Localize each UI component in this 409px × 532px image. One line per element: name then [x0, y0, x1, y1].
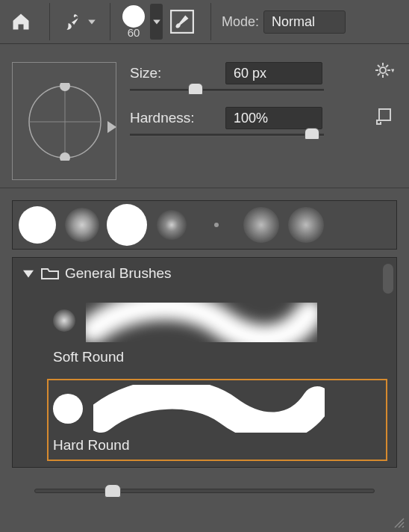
mode-label: Mode: [222, 14, 259, 30]
panel-settings-button[interactable]: ▾ [375, 62, 394, 78]
resize-grip-icon[interactable] [393, 516, 405, 528]
hardness-label: Hardness: [130, 110, 218, 126]
preview-size-thumb[interactable] [104, 484, 121, 498]
brush-stroke-preview [93, 385, 325, 433]
brush-preset-item[interactable]: Soft Round [47, 291, 387, 373]
svg-rect-16 [379, 109, 390, 120]
svg-point-4 [60, 83, 70, 91]
brush-tip-swatch[interactable] [286, 205, 326, 245]
size-label: Size: [130, 65, 218, 81]
brush-tip-swatch[interactable] [152, 205, 192, 245]
brush-folder-header[interactable]: General Brushes [17, 262, 392, 285]
brush-size-readout: 60 [128, 26, 140, 39]
new-preset-button[interactable] [376, 108, 393, 125]
mode-value: Normal [272, 14, 315, 29]
brush-thumb-icon [53, 394, 83, 424]
folder-title: General Brushes [65, 265, 172, 282]
brush-panel-icon [169, 9, 195, 34]
preview-size-slider[interactable] [34, 489, 375, 493]
brush-tip-swatch[interactable] [107, 205, 147, 245]
svg-line-12 [386, 73, 388, 75]
svg-point-6 [380, 67, 386, 73]
home-button[interactable] [6, 7, 36, 37]
home-icon [10, 11, 31, 32]
svg-line-13 [378, 73, 380, 75]
hardness-slider-thumb[interactable] [305, 128, 319, 140]
svg-line-11 [378, 65, 380, 67]
size-input[interactable] [225, 62, 322, 84]
chevron-down-icon [87, 17, 96, 26]
brush-settings-toggle[interactable] [167, 7, 197, 37]
separator [49, 3, 50, 40]
mode-dropdown[interactable]: Normal [263, 10, 346, 34]
separator [210, 3, 211, 40]
hardness-input[interactable] [225, 107, 322, 129]
scrollbar[interactable] [383, 264, 393, 294]
size-slider-thumb[interactable] [188, 83, 203, 95]
brush-tip-row [12, 200, 397, 250]
svg-line-19 [402, 526, 404, 528]
brush-tip-swatch[interactable] [196, 205, 237, 245]
brush-preset-picker[interactable]: 60 [119, 5, 148, 39]
folder-icon [41, 267, 59, 280]
brush-preset-dropdown[interactable] [150, 4, 163, 40]
brush-stroke-preview [86, 297, 317, 344]
hardness-slider[interactable] [130, 134, 324, 137]
svg-point-5 [60, 152, 70, 161]
svg-text:▾: ▾ [391, 66, 394, 74]
brush-preset-name: Soft Round [53, 349, 381, 365]
angle-direction-icon [107, 121, 118, 133]
svg-line-14 [386, 65, 388, 67]
new-preset-icon [376, 108, 393, 125]
angle-circle-icon [26, 83, 104, 161]
separator [110, 3, 110, 40]
brush-preview-dot [122, 5, 145, 28]
brush-angle-control[interactable] [12, 62, 116, 180]
size-slider[interactable] [130, 89, 324, 92]
brush-tip-swatch[interactable] [241, 205, 281, 245]
brush-thumb-icon [53, 309, 75, 332]
brush-icon [63, 12, 83, 31]
chevron-down-icon [22, 268, 35, 279]
brush-tip-swatch[interactable] [17, 205, 57, 245]
brush-tip-swatch[interactable] [62, 205, 102, 245]
chevron-down-icon [152, 17, 161, 26]
tool-preset-picker[interactable] [59, 9, 101, 34]
brush-preset-item[interactable]: Hard Round [47, 379, 387, 461]
gear-icon: ▾ [375, 62, 394, 78]
brush-preset-name: Hard Round [53, 437, 381, 454]
